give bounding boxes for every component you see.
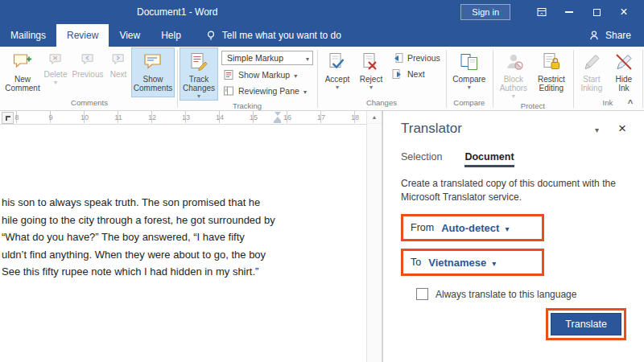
restrict-editing-button[interactable]: Restrict Editing <box>532 47 571 101</box>
document-text-line: hile going to the city through a forest,… <box>2 212 361 229</box>
window-title: Document1 - Word <box>137 6 217 18</box>
hide-ink-icon <box>613 51 634 72</box>
tracking-options-column: Simple Markup Show Markup Reviewing Pane <box>218 47 315 101</box>
translate-button[interactable]: Translate <box>551 313 621 335</box>
delete-comment-icon <box>47 51 64 68</box>
titlebar-controls: Sign in <box>460 0 644 24</box>
reviewing-pane-icon <box>223 85 234 97</box>
sign-in-button[interactable]: Sign in <box>460 4 510 20</box>
delete-comment-dropdown-icon <box>54 79 57 86</box>
reject-button[interactable]: Reject <box>355 47 387 97</box>
start-inking-button[interactable]: Start Inking <box>576 47 608 97</box>
pane-menu-button[interactable] <box>595 121 599 136</box>
close-button[interactable] <box>610 0 638 24</box>
ribbon-display-options-button[interactable] <box>528 0 555 24</box>
document-text: his son to always speak truth. The son p… <box>2 194 361 281</box>
block-authors-button[interactable]: Block Authors <box>495 47 532 101</box>
tab-selector-icon <box>6 116 10 121</box>
show-markup-label: Show Markup <box>238 70 290 80</box>
document-text-line: his son to always speak truth. The son p… <box>2 194 361 212</box>
new-comment-button[interactable]: New Comment <box>4 47 41 97</box>
ribbon-display-options-icon <box>536 6 547 18</box>
track-changes-button[interactable]: Track Changes <box>180 47 218 101</box>
hide-ink-button[interactable]: Hide Ink <box>608 47 640 97</box>
previous-change-icon <box>392 52 403 64</box>
translate-annotation-box: Translate <box>546 308 626 340</box>
document-scrollbar[interactable] <box>366 111 382 362</box>
show-markup-button[interactable]: Show Markup <box>221 68 313 81</box>
ribbon-group-tracking: Track Changes Simple Markup Show Markup <box>177 47 317 110</box>
ruler-number: 11 <box>101 111 135 123</box>
pane-close-button[interactable] <box>618 121 626 136</box>
ruler-number: 17 <box>304 111 338 123</box>
compare-button[interactable]: Compare <box>448 47 490 97</box>
main-area: 89101112131415161718 his son to always s… <box>0 111 644 362</box>
close-icon <box>620 5 627 19</box>
to-language-dropdown[interactable]: Vietnamese <box>428 257 486 269</box>
ruler-number: 12 <box>135 111 169 123</box>
tab-document[interactable]: Document <box>464 151 514 167</box>
first-line-indent-icon <box>275 112 281 116</box>
track-changes-icon <box>188 51 209 72</box>
always-translate-label: Always translate to this language <box>436 289 576 300</box>
restore-icon <box>593 9 601 16</box>
tab-view[interactable]: View <box>109 24 151 47</box>
previous-comment-icon <box>80 51 96 68</box>
restrict-editing-icon <box>541 51 562 72</box>
ruler-number: 14 <box>203 111 237 123</box>
tab-selector[interactable] <box>2 112 14 124</box>
previous-comment-button[interactable]: Previous <box>70 47 105 97</box>
to-annotation-box: To Vietnamese <box>401 249 544 276</box>
to-label: To <box>411 257 421 268</box>
word-window: Document1 - Word Sign in Mailings Review… <box>0 0 644 362</box>
next-comment-button[interactable]: Next <box>105 47 131 97</box>
accept-button[interactable]: Accept <box>320 47 355 97</box>
show-comments-button[interactable]: Show Comments <box>131 47 175 97</box>
ribbon-group-changes: Accept Reject Previous Next <box>317 47 446 110</box>
document-text-line: “What do you have?” The boy answered, “I… <box>2 228 361 246</box>
translator-pane-header: Translator <box>401 121 628 137</box>
document-area: 89101112131415161718 his son to always s… <box>0 111 366 362</box>
restore-button[interactable] <box>583 0 610 24</box>
group-label-changes: Changes <box>320 97 444 110</box>
tab-mailings[interactable]: Mailings <box>0 24 56 47</box>
group-label-tracking: Tracking <box>180 101 315 111</box>
share-button[interactable]: Share <box>576 24 644 47</box>
ruler-strip: 89101112131415161718 <box>0 111 366 123</box>
translator-tabs: Selection Document <box>401 151 628 167</box>
tab-help[interactable]: Help <box>151 24 192 47</box>
translate-button-row: Translate <box>401 308 628 340</box>
previous-change-button[interactable]: Previous <box>390 51 442 64</box>
minimize-button[interactable] <box>555 0 583 24</box>
horizontal-ruler[interactable]: 89101112131415161718 <box>0 111 366 125</box>
display-for-review-dropdown[interactable]: Simple Markup <box>221 51 313 65</box>
delete-comment-button[interactable]: Delete <box>41 47 70 97</box>
pane-title: Translator <box>401 121 462 137</box>
ruler-number: 18 <box>338 111 372 123</box>
from-dropdown-caret-icon[interactable] <box>505 220 509 235</box>
left-indent-icon <box>274 121 281 123</box>
group-label-protect: Protect <box>495 101 571 111</box>
tab-review[interactable]: Review <box>56 24 109 47</box>
collapse-ribbon-button[interactable] <box>623 95 638 106</box>
person-icon <box>588 30 600 41</box>
track-changes-dropdown-icon <box>197 93 200 100</box>
ribbon-tab-bar: Mailings Review View Help Tell me what y… <box>0 24 644 47</box>
tab-selection[interactable]: Selection <box>401 151 442 167</box>
accept-dropdown-icon <box>336 84 339 91</box>
tell-me-box[interactable]: Tell me what you want to do <box>195 24 352 47</box>
document-text-line: uldn’t find anything. When they were abo… <box>2 246 361 264</box>
ribbon: New Comment Delete Previous Next <box>0 47 644 111</box>
display-for-review-value: Simple Markup <box>227 53 283 63</box>
from-language-dropdown[interactable]: Auto-detect <box>441 222 499 234</box>
always-translate-checkbox[interactable] <box>416 288 428 300</box>
indent-marker[interactable] <box>274 112 281 123</box>
reviewing-pane-button[interactable]: Reviewing Pane <box>221 84 313 97</box>
document-page[interactable]: his son to always speak truth. The son p… <box>0 125 366 362</box>
lightbulb-icon <box>205 30 217 41</box>
ruler-number: 15 <box>237 111 270 123</box>
next-change-button[interactable]: Next <box>390 67 442 80</box>
show-comments-icon <box>142 51 163 72</box>
ruler-number: 9 <box>34 111 68 123</box>
to-dropdown-caret-icon[interactable] <box>492 255 496 269</box>
